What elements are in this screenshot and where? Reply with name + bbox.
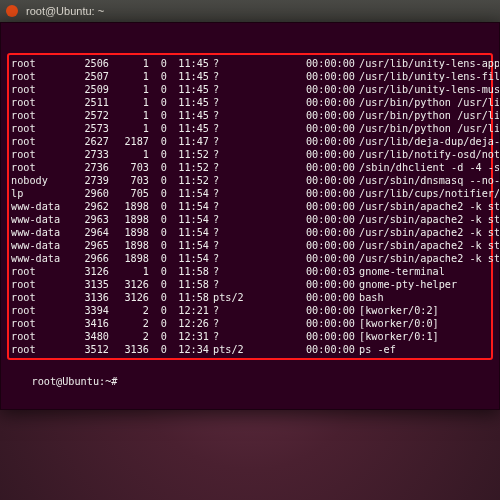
shell-prompt: root@Ubuntu:~# [32, 376, 118, 387]
process-row: www-data29631898011:54?00:00:00/usr/sbin… [11, 213, 489, 226]
col-cmd: /usr/lib/deja-dup/deja-dup/deja- [355, 135, 499, 148]
col-pid: 3394 [69, 304, 109, 317]
col-tty: ? [209, 317, 249, 330]
col-pid: 3480 [69, 330, 109, 343]
col-stime: 11:45 [167, 70, 209, 83]
col-c: 0 [149, 96, 167, 109]
col-tty: ? [209, 174, 249, 187]
process-row: root31363126011:58pts/200:00:00bash [11, 291, 489, 304]
process-row: root25071011:45?00:00:00/usr/lib/unity-l… [11, 70, 489, 83]
col-stime: 11:47 [167, 135, 209, 148]
col-cmd: /usr/sbin/apache2 -k start [355, 200, 499, 213]
col-time: 00:00:00 [299, 226, 355, 239]
col-c: 0 [149, 278, 167, 291]
col-tty: ? [209, 265, 249, 278]
col-uid: root [11, 330, 69, 343]
col-ppid: 1898 [109, 252, 149, 265]
col-time: 00:00:00 [299, 174, 355, 187]
col-stime: 11:54 [167, 187, 209, 200]
col-tty: ? [209, 57, 249, 70]
col-cmd: gnome-terminal [355, 265, 445, 278]
col-cmd: [kworker/0:2] [355, 304, 439, 317]
col-ppid: 703 [109, 174, 149, 187]
col-stime: 11:52 [167, 161, 209, 174]
col-uid: www-data [11, 200, 69, 213]
col-tty: ? [209, 330, 249, 343]
col-ppid: 1 [109, 96, 149, 109]
col-pid: 2736 [69, 161, 109, 174]
col-c: 0 [149, 187, 167, 200]
col-uid: root [11, 109, 69, 122]
terminal-window[interactable]: root25061011:45?00:00:00/usr/lib/unity-l… [0, 22, 500, 410]
col-stime: 12:34 [167, 343, 209, 356]
col-stime: 11:54 [167, 226, 209, 239]
col-ppid: 1 [109, 148, 149, 161]
col-pid: 2739 [69, 174, 109, 187]
col-time: 00:00:00 [299, 239, 355, 252]
process-row: nobody2739703011:52?00:00:00/usr/sbin/dn… [11, 174, 489, 187]
col-time: 00:00:00 [299, 304, 355, 317]
col-ppid: 1 [109, 70, 149, 83]
col-tty: ? [209, 304, 249, 317]
col-pid: 2960 [69, 187, 109, 200]
col-time: 00:00:00 [299, 343, 355, 356]
desktop-top-panel: root@Ubuntu: ~ [0, 0, 500, 22]
col-time: 00:00:03 [299, 265, 355, 278]
col-uid: root [11, 291, 69, 304]
col-time: 00:00:00 [299, 57, 355, 70]
col-uid: root [11, 161, 69, 174]
col-c: 0 [149, 304, 167, 317]
col-time: 00:00:00 [299, 122, 355, 135]
col-pid: 3512 [69, 343, 109, 356]
col-stime: 11:54 [167, 200, 209, 213]
col-time: 00:00:00 [299, 330, 355, 343]
col-ppid: 1 [109, 122, 149, 135]
col-time: 00:00:00 [299, 96, 355, 109]
col-stime: 11:45 [167, 57, 209, 70]
process-row: root26272187011:47?00:00:00/usr/lib/deja… [11, 135, 489, 148]
col-pid: 3135 [69, 278, 109, 291]
col-uid: nobody [11, 174, 69, 187]
col-pid: 2507 [69, 70, 109, 83]
col-ppid: 1898 [109, 213, 149, 226]
col-uid: www-data [11, 213, 69, 226]
col-stime: 11:58 [167, 291, 209, 304]
col-tty: pts/2 [209, 291, 249, 304]
col-ppid: 2 [109, 317, 149, 330]
col-cmd: /usr/sbin/apache2 -k start [355, 226, 499, 239]
col-time: 00:00:00 [299, 213, 355, 226]
col-ppid: 3126 [109, 278, 149, 291]
col-cmd: /usr/sbin/dnsmasq --no-resolv -- [355, 174, 499, 187]
col-stime: 12:31 [167, 330, 209, 343]
col-time: 00:00:00 [299, 109, 355, 122]
col-tty: ? [209, 226, 249, 239]
ps-output-highlight: root25061011:45?00:00:00/usr/lib/unity-l… [7, 53, 493, 360]
col-c: 0 [149, 343, 167, 356]
col-uid: www-data [11, 239, 69, 252]
process-row: root25111011:45?00:00:00/usr/bin/python … [11, 96, 489, 109]
col-time: 00:00:00 [299, 148, 355, 161]
col-pid: 2962 [69, 200, 109, 213]
col-c: 0 [149, 252, 167, 265]
col-cmd: /usr/bin/python /usr/lib/unity-l [355, 109, 499, 122]
col-tty: ? [209, 278, 249, 291]
col-c: 0 [149, 148, 167, 161]
col-tty: ? [209, 213, 249, 226]
col-ppid: 1 [109, 109, 149, 122]
col-tty: ? [209, 239, 249, 252]
col-uid: www-data [11, 226, 69, 239]
ubuntu-logo-icon [6, 5, 18, 17]
col-time: 00:00:00 [299, 200, 355, 213]
col-tty: pts/2 [209, 343, 249, 356]
col-ppid: 1 [109, 57, 149, 70]
col-tty: ? [209, 83, 249, 96]
col-cmd: ps -ef [355, 343, 396, 356]
process-row: root25731011:45?00:00:00/usr/bin/python … [11, 122, 489, 135]
terminal-output[interactable]: root25061011:45?00:00:00/usr/lib/unity-l… [1, 23, 499, 409]
process-row: root35123136012:34pts/200:00:00ps -ef [11, 343, 489, 356]
col-time: 00:00:00 [299, 161, 355, 174]
col-time: 00:00:00 [299, 291, 355, 304]
col-c: 0 [149, 70, 167, 83]
col-uid: root [11, 135, 69, 148]
col-ppid: 3136 [109, 343, 149, 356]
